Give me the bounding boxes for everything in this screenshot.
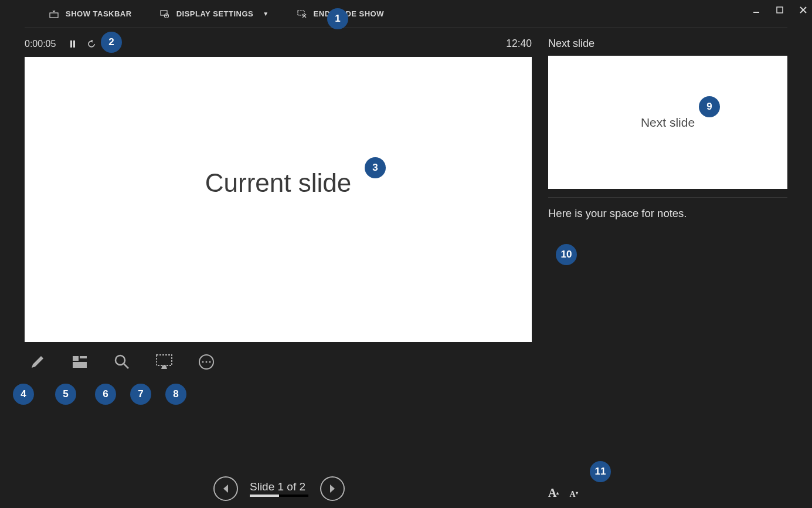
annotation-badge-6: 6 bbox=[95, 384, 116, 405]
black-screen-button[interactable] bbox=[154, 351, 175, 372]
svg-rect-4 bbox=[50, 13, 58, 18]
previous-slide-button[interactable] bbox=[213, 476, 238, 501]
restart-button[interactable] bbox=[87, 40, 96, 48]
current-slide-text: Current slide bbox=[205, 168, 351, 198]
pen-tool-button[interactable] bbox=[27, 351, 48, 372]
current-slide-preview[interactable]: Current slide bbox=[25, 57, 532, 342]
close-button[interactable] bbox=[799, 6, 807, 16]
pause-button[interactable] bbox=[69, 40, 77, 48]
svg-rect-15 bbox=[73, 362, 87, 368]
svg-point-21 bbox=[206, 361, 208, 363]
slide-counter: Slide 1 of 2 bbox=[250, 480, 305, 495]
annotation-badge-3: 3 bbox=[365, 157, 386, 178]
increase-font-button[interactable]: A▴ bbox=[548, 486, 559, 500]
annotation-badge-8: 8 bbox=[165, 384, 186, 405]
svg-line-17 bbox=[124, 364, 128, 368]
more-options-button[interactable] bbox=[196, 351, 217, 372]
svg-rect-14 bbox=[80, 356, 87, 358]
svg-rect-5 bbox=[161, 11, 167, 15]
show-taskbar-button[interactable]: SHOW TASKBAR bbox=[49, 9, 132, 19]
next-slide-button[interactable] bbox=[320, 476, 345, 501]
svg-rect-11 bbox=[70, 40, 72, 48]
svg-rect-1 bbox=[777, 7, 783, 13]
dropdown-arrow-icon: ▼ bbox=[263, 11, 269, 17]
next-slide-label: Next slide bbox=[548, 28, 787, 56]
annotation-badge-1: 1 bbox=[327, 8, 348, 29]
notes-area[interactable]: Here is your space for notes. bbox=[548, 207, 787, 220]
annotation-badge-9: 9 bbox=[699, 96, 720, 117]
svg-point-22 bbox=[209, 361, 211, 363]
slide-progress bbox=[250, 495, 308, 497]
end-slideshow-icon bbox=[297, 9, 307, 19]
zoom-button[interactable] bbox=[111, 351, 132, 372]
annotation-badge-5: 5 bbox=[55, 384, 76, 405]
svg-point-16 bbox=[115, 355, 125, 365]
svg-point-20 bbox=[202, 361, 204, 363]
elapsed-time: 0:00:05 bbox=[25, 39, 56, 49]
svg-rect-12 bbox=[73, 40, 75, 48]
display-settings-label: DISPLAY SETTINGS bbox=[176, 9, 254, 18]
annotation-badge-10: 10 bbox=[556, 244, 577, 265]
divider bbox=[548, 197, 787, 198]
minimize-button[interactable] bbox=[752, 6, 760, 16]
svg-rect-13 bbox=[73, 356, 79, 361]
display-settings-icon bbox=[160, 9, 169, 19]
end-slideshow-label: END SLIDE SHOW bbox=[314, 9, 384, 18]
maximize-button[interactable] bbox=[776, 6, 784, 16]
svg-rect-18 bbox=[157, 355, 172, 365]
next-slide-preview[interactable]: Next slide bbox=[548, 56, 787, 189]
taskbar-icon bbox=[49, 9, 59, 19]
clock-time: 12:40 bbox=[506, 38, 532, 50]
see-all-slides-button[interactable] bbox=[69, 351, 90, 372]
annotation-badge-11: 11 bbox=[590, 461, 611, 482]
show-taskbar-label: SHOW TASKBAR bbox=[66, 9, 132, 18]
annotation-badge-7: 7 bbox=[130, 384, 151, 405]
next-slide-text: Next slide bbox=[641, 116, 695, 130]
annotation-badge-2: 2 bbox=[101, 32, 122, 53]
annotation-badge-4: 4 bbox=[13, 384, 34, 405]
svg-point-7 bbox=[166, 15, 167, 16]
display-settings-button[interactable]: DISPLAY SETTINGS▼ bbox=[160, 9, 269, 19]
decrease-font-button[interactable]: A▾ bbox=[569, 490, 577, 499]
